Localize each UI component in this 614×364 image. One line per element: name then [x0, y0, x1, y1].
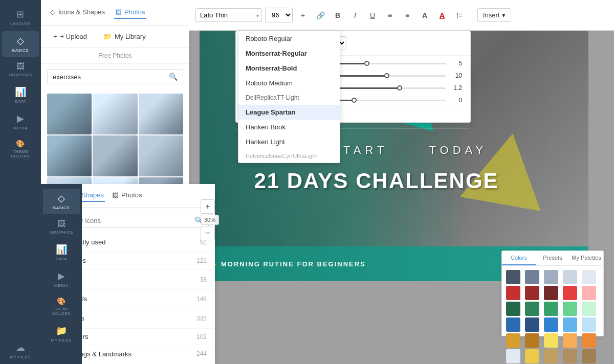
- color-swatch[interactable]: [544, 317, 558, 332]
- color-swatch[interactable]: [525, 302, 539, 316]
- panel-header: ◇ Icons & Shapes 🖼 Photos: [41, 0, 189, 26]
- color-swatch[interactable]: [563, 349, 577, 363]
- color-swatch[interactable]: [582, 302, 596, 316]
- theme-icon-2: 🎨: [57, 297, 66, 305]
- sidebar-item-basics-2[interactable]: ◇ Basics: [43, 189, 80, 214]
- list-button[interactable]: ≡: [400, 8, 414, 22]
- color-swatch[interactable]: [544, 302, 558, 316]
- color-swatch[interactable]: [506, 349, 520, 363]
- color-swatch[interactable]: [544, 270, 558, 284]
- color-swatch[interactable]: [506, 270, 520, 284]
- photo-item[interactable]: [139, 94, 183, 134]
- sidebar-item-files-2[interactable]: 📁 My Files: [43, 321, 80, 347]
- font-option-montserrat-bold[interactable]: Montserrat-Bold: [238, 61, 340, 76]
- photo-item[interactable]: [93, 135, 137, 176]
- font-color-button[interactable]: A: [418, 8, 432, 22]
- font-select-wrapper: Lato Thin ▾: [195, 8, 262, 22]
- color-swatch[interactable]: [582, 349, 596, 363]
- my-library-button[interactable]: 📁 My Library: [99, 31, 150, 42]
- data-icon: 📊: [15, 86, 27, 98]
- upload-button[interactable]: + + Upload: [49, 31, 91, 42]
- color-swatch[interactable]: [506, 302, 520, 316]
- underline-button[interactable]: U: [365, 8, 380, 22]
- color-swatch[interactable]: [525, 349, 539, 363]
- sidebar-item-theme-2[interactable]: 🎨 ThemeColors: [43, 293, 80, 320]
- italic-button[interactable]: I: [348, 8, 362, 22]
- color-swatch[interactable]: [563, 302, 577, 316]
- sidebar-item-media-2[interactable]: ▶ Media: [43, 266, 80, 292]
- text-options-button[interactable]: ⁞=: [452, 8, 467, 22]
- media-icon-2: ▶: [58, 270, 65, 282]
- sidebar-item-graphics-2[interactable]: 🖼 Graphics: [43, 215, 80, 239]
- sidebar-item-graphics[interactable]: 🖼 Graphics: [2, 58, 39, 81]
- link-button[interactable]: 🔗: [313, 8, 327, 22]
- sidebar-item-theme-colors[interactable]: 🎨 ThemeColors: [2, 135, 39, 163]
- color-swatch[interactable]: [563, 286, 577, 300]
- search-box: 🔍: [47, 69, 183, 84]
- color-swatch[interactable]: [582, 286, 596, 300]
- media-icon: ▶: [17, 113, 25, 124]
- tab-my-palettes[interactable]: My Palettes: [569, 251, 603, 265]
- photo-item[interactable]: [139, 135, 183, 176]
- basics-icon: ◇: [17, 35, 25, 47]
- sidebar-item-layouts[interactable]: ⊞ Layouts: [2, 5, 39, 30]
- tab-photos[interactable]: 🖼 Photos: [114, 6, 146, 19]
- photo-item[interactable]: [47, 94, 92, 134]
- color-swatch[interactable]: [544, 349, 558, 363]
- color-swatch[interactable]: [544, 286, 558, 300]
- chevron-down-icon: ▾: [502, 11, 506, 19]
- tab-presets[interactable]: Presets: [536, 251, 569, 265]
- font-select[interactable]: Lato Thin: [195, 8, 262, 22]
- color-swatch[interactable]: [563, 333, 577, 348]
- color-swatch[interactable]: [506, 333, 520, 348]
- font-option-hanken-light[interactable]: Hanken Light: [238, 134, 340, 149]
- graphics-icon-2: 🖼: [57, 219, 66, 229]
- font-size-select[interactable]: 96: [265, 8, 293, 22]
- color-swatch[interactable]: [525, 317, 539, 332]
- insert-button[interactable]: Insert ▾: [477, 8, 511, 22]
- sidebar-item-data-2[interactable]: 📊 Data: [43, 240, 80, 265]
- tab-colors[interactable]: Colors: [502, 251, 536, 265]
- color-swatch[interactable]: [525, 286, 539, 300]
- tab-icons-shapes[interactable]: ◇ Icons & Shapes: [49, 6, 106, 19]
- font-option-helvetica-ultralight[interactable]: HelveticaNeueCyr-UltraLight: [238, 149, 340, 163]
- highlight-button[interactable]: A: [435, 8, 449, 22]
- font-option-roboto-regular[interactable]: Roboto Regular: [238, 31, 340, 46]
- font-option-dellreplica[interactable]: DellReplicaTT-Light: [238, 90, 340, 105]
- zoom-label: 30%: [201, 215, 219, 225]
- color-swatch[interactable]: [544, 333, 558, 348]
- color-swatch[interactable]: [582, 333, 596, 348]
- color-swatch[interactable]: [506, 317, 520, 332]
- color-swatch[interactable]: [506, 286, 520, 300]
- color-swatch[interactable]: [582, 317, 596, 332]
- search-input[interactable]: [53, 73, 169, 81]
- font-option-league-spartan[interactable]: League Spartan: [238, 105, 340, 120]
- zoom-in-button[interactable]: +: [201, 199, 215, 214]
- font-dropdown: Roboto Regular Montserrat-Regular Montse…: [238, 31, 340, 163]
- font-option-roboto-medium[interactable]: Roboto Medium: [238, 76, 340, 90]
- tab-photos-overlay[interactable]: 🖼 Photos: [111, 189, 143, 202]
- sidebar-item-my-files[interactable]: ☁ My Files: [2, 338, 39, 363]
- zoom-out-button[interactable]: −: [201, 226, 215, 240]
- font-option-hanken-book[interactable]: Hanken Book: [238, 120, 340, 134]
- photo-item[interactable]: [47, 135, 92, 176]
- font-option-montserrat-regular[interactable]: Montserrat-Regular: [238, 46, 340, 61]
- color-swatch[interactable]: [525, 333, 539, 348]
- sidebar-item-basics[interactable]: ◇ Basics: [2, 31, 39, 57]
- photos-tab-icon: 🖼: [115, 9, 121, 16]
- bold-button[interactable]: B: [331, 8, 345, 22]
- align-button[interactable]: ≡: [383, 8, 397, 22]
- photo-item[interactable]: [93, 94, 137, 134]
- color-swatch[interactable]: [563, 270, 577, 284]
- increase-size-button[interactable]: +: [296, 8, 310, 22]
- color-swatch[interactable]: [582, 270, 596, 284]
- search-icon: 🔍: [169, 73, 178, 81]
- sidebar-item-data[interactable]: 📊 Data: [2, 82, 39, 108]
- sidebar-item-media[interactable]: ▶ Media: [2, 109, 39, 134]
- zoom-controls: + 30% −: [201, 199, 219, 240]
- color-swatch[interactable]: [563, 317, 577, 332]
- icons-shapes-tab-icon: ◇: [50, 8, 55, 16]
- panel-actions: + + Upload 📁 My Library: [41, 26, 189, 48]
- top-toolbar: Lato Thin ▾ 96 + 🔗 B I U ≡ ≡ A A ⁞= Inse…: [189, 0, 614, 31]
- color-swatch[interactable]: [525, 270, 539, 284]
